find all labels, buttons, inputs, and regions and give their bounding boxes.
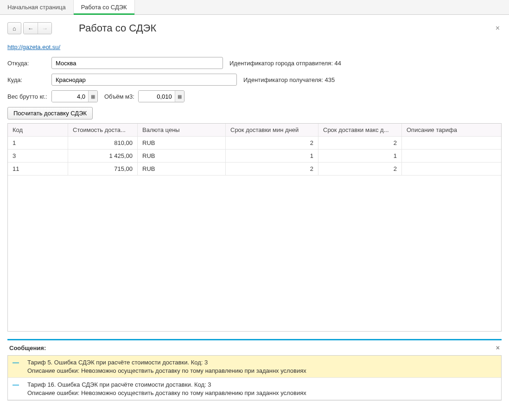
cell-code: 11: [8, 163, 68, 175]
cell-currency: RUB: [138, 163, 226, 175]
cell-max: 2: [318, 163, 402, 175]
home-button[interactable]: ⌂: [7, 22, 21, 34]
col-desc[interactable]: Описание тарифа: [402, 124, 501, 136]
arrow-left-icon: ←: [28, 25, 34, 32]
weight-label: Вес брутто кг.:: [7, 93, 51, 100]
cell-code: 3: [8, 150, 68, 162]
to-label: Куда:: [7, 76, 51, 83]
volume-wrap: ▦: [138, 90, 185, 102]
message-item[interactable]: —Тариф 16. Ошибка СДЭК при расчёте стоим…: [8, 378, 501, 400]
messages-title-row: Сообщения: ×: [7, 340, 502, 355]
cell-desc: [402, 137, 501, 149]
main-content: ⌂ ← → Работа со СДЭК × http://gazeta.eot…: [0, 15, 509, 339]
home-icon: ⌂: [13, 25, 16, 32]
grid-header: Код Стоимость доста... Валюта цены Срок …: [8, 124, 501, 137]
external-link[interactable]: http://gazeta.eot.su/: [7, 44, 60, 50]
cell-min: 2: [226, 163, 318, 175]
cell-max: 1: [318, 150, 402, 162]
weight-input[interactable]: [52, 91, 88, 102]
message-item[interactable]: —Тариф 5. Ошибка СДЭК при расчёте стоимо…: [8, 356, 501, 378]
cell-cost: 810,00: [68, 137, 138, 149]
cell-code: 1: [8, 137, 68, 149]
row-to: Куда: Идентификатор получателя: 435: [7, 74, 502, 86]
col-currency[interactable]: Валюта цены: [138, 124, 226, 136]
col-max[interactable]: Срок доставки макс д...: [318, 124, 402, 136]
col-code[interactable]: Код: [8, 124, 68, 136]
messages-panel: Сообщения: × —Тариф 5. Ошибка СДЭК при р…: [7, 339, 502, 401]
calculator-icon: ▦: [91, 94, 95, 99]
forward-button: →: [38, 23, 51, 34]
volume-label: Объём м3:: [104, 93, 134, 100]
from-label: Откуда:: [7, 60, 51, 67]
message-text: Тариф 16. Ошибка СДЭК при расчёте стоимо…: [27, 381, 496, 397]
to-input[interactable]: [51, 74, 237, 86]
dash-icon: —: [13, 359, 19, 366]
cell-desc: [402, 150, 501, 162]
row-weight-volume: Вес брутто кг.: ▦ Объём м3: ▦: [7, 90, 502, 102]
results-grid: Код Стоимость доста... Валюта цены Срок …: [7, 123, 502, 332]
table-row[interactable]: 31 425,00RUB11: [8, 150, 501, 163]
grid-body: 1810,00RUB2231 425,00RUB1111715,00RUB22: [8, 137, 501, 176]
table-row[interactable]: 11715,00RUB22: [8, 163, 501, 176]
weight-wrap: ▦: [51, 90, 98, 102]
message-text: Тариф 5. Ошибка СДЭК при расчёте стоимос…: [27, 358, 496, 375]
toolbar: ⌂ ← → Работа со СДЭК ×: [7, 22, 502, 34]
volume-input[interactable]: [139, 91, 175, 102]
nav-group: ← →: [23, 22, 52, 34]
cell-desc: [402, 163, 501, 175]
calculator-icon: ▦: [178, 94, 182, 99]
to-id-text: Идентификатор получателя: 435: [243, 76, 335, 83]
from-id-text: Идентификатор города отправителя: 44: [229, 60, 341, 67]
tab-sdek[interactable]: Работа со СДЭК: [74, 0, 135, 14]
weight-stepper[interactable]: ▦: [88, 91, 97, 102]
calculate-button[interactable]: Посчитать доставку СДЭК: [7, 107, 93, 119]
cell-max: 2: [318, 137, 402, 149]
back-button[interactable]: ←: [24, 23, 38, 34]
volume-stepper[interactable]: ▦: [175, 91, 184, 102]
tab-home[interactable]: Начальная страница: [0, 0, 74, 14]
messages-close[interactable]: ×: [496, 344, 500, 351]
col-cost[interactable]: Стоимость доста...: [68, 124, 138, 136]
from-input[interactable]: [51, 57, 223, 69]
cell-min: 2: [226, 137, 318, 149]
dash-icon: —: [13, 381, 19, 389]
close-icon: ×: [496, 344, 500, 351]
close-icon: ×: [496, 24, 500, 32]
messages-title: Сообщения:: [9, 345, 46, 351]
table-row[interactable]: 1810,00RUB22: [8, 137, 501, 150]
cell-cost: 1 425,00: [68, 150, 138, 162]
cell-cost: 715,00: [68, 163, 138, 175]
messages-list: —Тариф 5. Ошибка СДЭК при расчёте стоимо…: [7, 355, 502, 401]
arrow-right-icon: →: [42, 25, 48, 32]
col-min[interactable]: Срок доставки мин дней: [226, 124, 318, 136]
row-from: Откуда: Идентификатор города отправителя…: [7, 57, 502, 69]
page-title: Работа со СДЭК: [79, 22, 156, 34]
close-button[interactable]: ×: [494, 22, 502, 34]
cell-currency: RUB: [138, 150, 226, 162]
tab-bar: Начальная страница Работа со СДЭК: [0, 0, 509, 15]
cell-currency: RUB: [138, 137, 226, 149]
cell-min: 1: [226, 150, 318, 162]
